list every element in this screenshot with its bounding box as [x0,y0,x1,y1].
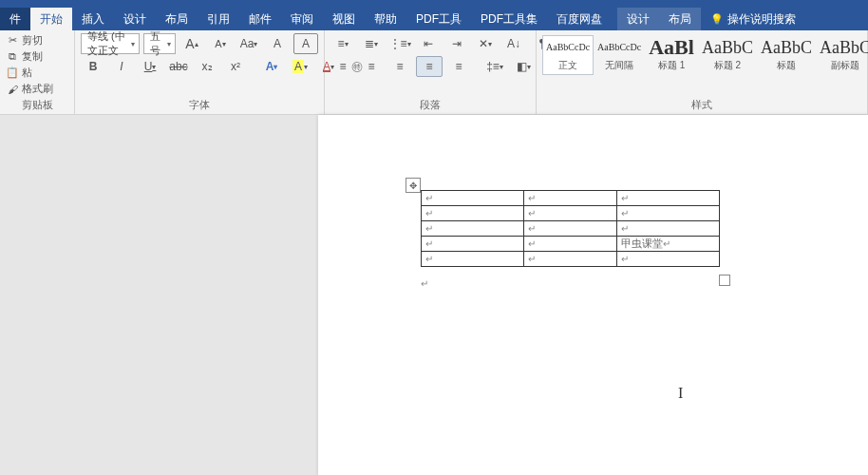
change-case-button[interactable]: Aa▾ [236,34,261,53]
document-canvas[interactable]: ✥ ↵↵↵ ↵↵↵ ↵↵↵ ↵↵甲虫课堂↵ ↵↵↵ ↵ I [0,115,868,475]
table-move-handle[interactable]: ✥ [406,178,421,193]
chevron-down-icon: ▾ [131,40,135,48]
paragraph-label: 段落 [330,98,530,112]
font-name-combo[interactable]: 等线 (中文正文▾ [81,33,140,54]
format-painter-button[interactable]: 🖌格式刷 [6,82,68,96]
tab-baidu-netdisk[interactable]: 百度网盘 [547,8,612,30]
tab-design[interactable]: 设计 [114,8,156,30]
title-bar [0,0,868,8]
table-row[interactable]: ↵↵↵ [422,252,720,267]
tab-layout[interactable]: 布局 [156,8,198,30]
tab-help[interactable]: 帮助 [365,8,406,30]
align-justify-button[interactable]: ≡ [416,56,443,77]
subscript-button[interactable]: x₂ [195,57,219,76]
table-row[interactable]: ↵↵甲虫课堂↵ [422,237,720,252]
style-title[interactable]: AaBbC标题 [757,35,816,75]
tab-file[interactable]: 件 [0,8,30,30]
increase-indent-button[interactable]: ⇥ [444,34,469,53]
superscript-button[interactable]: x² [223,57,248,76]
style-heading1[interactable]: AaBl标题 1 [645,35,698,75]
scissors-icon: ✂ [6,34,19,48]
line-spacing-button[interactable]: ‡≡▾ [482,57,507,76]
tab-pdf-tools[interactable]: PDF工具 [406,8,471,30]
table-cell-text[interactable]: 甲虫课堂↵ [617,237,720,252]
tab-review[interactable]: 审阅 [281,8,323,30]
asian-layout-button[interactable]: ✕▾ [473,34,498,53]
text-cursor: I [678,385,683,402]
ribbon-tabs: 件 开始 插入 设计 布局 引用 邮件 审阅 视图 帮助 PDF工具 PDF工具… [0,8,868,30]
strikethrough-button[interactable]: abc [166,57,191,76]
tab-table-design[interactable]: 设计 [617,8,659,30]
italic-button[interactable]: I [109,57,134,76]
tell-me-label: 操作说明搜索 [727,11,796,28]
numbering-button[interactable]: ≣▾ [359,34,384,53]
styles-label: 样式 [542,98,861,112]
align-center-button[interactable]: ≡ [359,57,384,76]
bullets-button[interactable]: ≡▾ [330,34,355,53]
table-row[interactable]: ↵↵↵ [422,191,720,206]
align-left-button[interactable]: ≡ [330,57,355,76]
table-row[interactable]: ↵↵↵ [422,221,720,237]
ribbon: ✂剪切 ⧉复制 📋粘 🖌格式刷 剪贴板 等线 (中文正文▾ 五号▾ A▴ A▾ … [0,30,868,115]
sort-button[interactable]: A↓ [501,34,526,53]
tab-view[interactable]: 视图 [323,8,365,30]
tab-mailings[interactable]: 邮件 [239,8,281,30]
chevron-down-icon: ▾ [167,40,171,48]
document-table[interactable]: ↵↵↵ ↵↵↵ ↵↵↵ ↵↵甲虫课堂↵ ↵↵↵ [421,190,720,267]
tab-references[interactable]: 引用 [198,8,239,30]
page[interactable]: ✥ ↵↵↵ ↵↵↵ ↵↵↵ ↵↵甲虫课堂↵ ↵↵↵ ↵ I [318,115,868,475]
cut-button[interactable]: ✂剪切 [6,33,68,48]
align-distribute-button[interactable]: ≡ [446,57,471,76]
font-label: 字体 [81,98,318,112]
group-styles: AaBbCcDc正文 AaBbCcDc无间隔 AaBl标题 1 AaBbC标题 … [537,30,868,114]
styles-gallery[interactable]: AaBbCcDc正文 AaBbCcDc无间隔 AaBl标题 1 AaBbC标题 … [542,33,861,77]
paste-button[interactable]: 📋粘 [6,66,68,80]
tab-pdf-toolset[interactable]: PDF工具集 [471,8,547,30]
shrink-font-button[interactable]: A▾ [208,34,233,53]
tab-insert[interactable]: 插入 [72,8,114,30]
align-right-button[interactable]: ≡ [387,57,412,76]
text-effects-button[interactable]: A▾ [259,57,284,76]
style-subtitle[interactable]: AaBbC副标题 [816,35,868,75]
group-clipboard: ✂剪切 ⧉复制 📋粘 🖌格式刷 剪贴板 [0,30,75,114]
copy-icon: ⧉ [6,50,19,64]
style-heading2[interactable]: AaBbC标题 2 [698,35,757,75]
char-border-button[interactable]: A [293,33,318,54]
multilevel-list-button[interactable]: ⋮≡▾ [387,34,412,53]
style-normal[interactable]: AaBbCcDc正文 [542,35,594,75]
lightbulb-icon: 💡 [710,13,724,26]
copy-button[interactable]: ⧉复制 [6,49,68,64]
font-size-combo[interactable]: 五号▾ [143,33,176,54]
tab-table-layout[interactable]: 布局 [659,8,701,30]
grow-font-button[interactable]: A▴ [179,34,204,53]
clipboard-label: 剪贴板 [6,98,68,112]
bold-button[interactable]: B [81,57,105,76]
shading-button[interactable]: ◧▾ [511,57,536,76]
table-row[interactable]: ↵↵↵ [422,206,720,221]
group-font: 等线 (中文正文▾ 五号▾ A▴ A▾ Aa▾ A A B I U▾ abc x… [75,30,325,114]
decrease-indent-button[interactable]: ⇤ [416,34,441,53]
paste-icon: 📋 [6,66,19,80]
paragraph-mark: ↵ [421,278,428,289]
underline-button[interactable]: U▾ [138,57,162,76]
tab-home[interactable]: 开始 [30,8,72,30]
style-no-spacing[interactable]: AaBbCcDc无间隔 [594,35,645,75]
brush-icon: 🖌 [6,83,19,96]
table-resize-handle[interactable] [719,275,730,286]
tell-me-search[interactable]: 💡操作说明搜索 [701,8,805,30]
group-paragraph: ≡▾ ≣▾ ⋮≡▾ ⇤ ⇥ ✕▾ A↓ ¶ ≡ ≡ ≡ ≡ ≡ ‡≡▾ ◧▾ ⊞… [325,30,537,114]
highlight-button[interactable]: A▾ [288,57,312,76]
phonetic-guide-button[interactable]: A [265,34,290,53]
